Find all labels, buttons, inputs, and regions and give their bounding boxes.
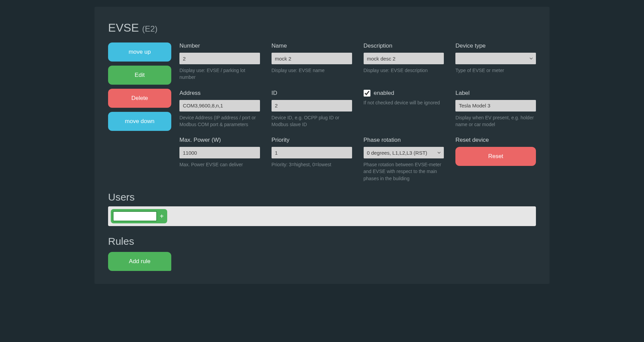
field-number: Number Display use: EVSE / parking lot n… <box>179 42 260 81</box>
user-add-group: + <box>111 209 167 223</box>
description-label: Description <box>364 42 444 49</box>
id-input[interactable] <box>272 100 352 112</box>
delete-button[interactable]: Delete <box>108 89 171 108</box>
field-description: Description Display use: EVSE descriptio… <box>364 42 444 81</box>
phase-label: Phase rotation <box>364 137 444 143</box>
field-device-type: Device type Type of EVSE or meter <box>455 42 536 81</box>
enabled-help: If not checked device will be ignored <box>364 99 444 106</box>
number-help: Display use: EVSE / parking lot number <box>179 67 260 81</box>
max-power-help: Max. Power EVSE can deliver <box>179 161 260 168</box>
labelfield-input[interactable] <box>455 100 536 112</box>
evse-card: EVSE (E2) move up Edit Delete move down … <box>94 7 550 284</box>
enabled-label: enabled <box>374 90 395 97</box>
max-power-label: Max. Power (W) <box>179 137 260 143</box>
user-add-input[interactable] <box>113 211 157 221</box>
max-power-input[interactable] <box>179 147 260 158</box>
field-max-power: Max. Power (W) Max. Power EVSE can deliv… <box>179 137 260 182</box>
move-up-button[interactable]: move up <box>108 42 171 62</box>
field-id: ID Device ID, e.g. OCPP plug ID or Modbu… <box>272 90 352 128</box>
title-main: EVSE <box>108 21 139 34</box>
number-label: Number <box>179 42 260 49</box>
field-reset-device: Reset device Reset <box>455 137 536 182</box>
move-down-button[interactable]: move down <box>108 112 171 131</box>
field-label: Label Display when EV present, e.g. hold… <box>455 90 536 128</box>
phase-select[interactable]: 0 degrees, L1,L2,L3 (RST) <box>364 147 444 158</box>
phase-help: Phase rotation between EVSE-meter and EV… <box>364 161 444 182</box>
labelfield-help: Display when EV present, e.g. holder nam… <box>455 114 536 128</box>
page-title: EVSE (E2) <box>108 21 536 34</box>
description-help: Display use: EVSE description <box>364 67 444 74</box>
address-label: Address <box>179 90 260 97</box>
name-help: Display use: EVSE name <box>272 67 352 74</box>
side-actions: move up Edit Delete move down <box>108 42 171 182</box>
enabled-checkbox[interactable] <box>364 90 370 97</box>
device-type-help: Type of EVSE or meter <box>455 67 536 74</box>
reset-label: Reset device <box>455 137 536 143</box>
priority-input[interactable] <box>272 147 352 158</box>
device-type-label: Device type <box>455 42 536 49</box>
users-panel: + <box>108 206 536 226</box>
address-help: Device Address (IP address / port or Mod… <box>179 114 260 128</box>
labelfield-label: Label <box>455 90 536 97</box>
name-label: Name <box>272 42 352 49</box>
id-help: Device ID, e.g. OCPP plug ID or Modbus s… <box>272 114 352 128</box>
add-rule-button[interactable]: Add rule <box>108 252 171 271</box>
field-priority: Priority Priority: 3=highest, 0=lowest <box>272 137 352 182</box>
field-address: Address Device Address (IP address / por… <box>179 90 260 128</box>
device-type-select[interactable] <box>455 53 536 64</box>
description-input[interactable] <box>364 53 444 64</box>
field-name: Name Display use: EVSE name <box>272 42 352 81</box>
title-sub: (E2) <box>142 24 157 33</box>
number-input[interactable] <box>179 53 260 64</box>
address-input[interactable] <box>179 100 260 112</box>
priority-help: Priority: 3=highest, 0=lowest <box>272 161 352 168</box>
field-phase-rotation: Phase rotation 0 degrees, L1,L2,L3 (RST)… <box>364 137 444 182</box>
reset-button[interactable]: Reset <box>455 147 536 166</box>
edit-button[interactable]: Edit <box>108 66 171 85</box>
user-add-plus-icon[interactable]: + <box>158 212 165 220</box>
users-heading: Users <box>108 191 536 203</box>
priority-label: Priority <box>272 137 352 143</box>
rules-heading: Rules <box>108 236 536 247</box>
name-input[interactable] <box>272 53 352 64</box>
field-enabled: enabled If not checked device will be ig… <box>364 90 444 128</box>
id-label: ID <box>272 90 352 97</box>
